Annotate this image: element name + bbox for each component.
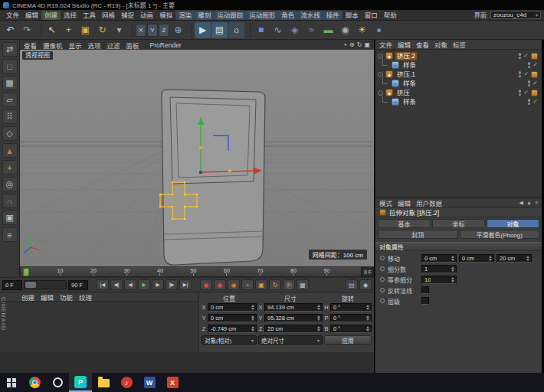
- file-explorer-icon[interactable]: [92, 373, 115, 392]
- undo-button[interactable]: ↶: [2, 22, 18, 38]
- word-icon[interactable]: W: [138, 373, 161, 392]
- object-row[interactable]: ~样条✓: [375, 60, 542, 70]
- render-view-button[interactable]: ▶: [195, 22, 211, 38]
- visibility-dots[interactable]: [519, 90, 522, 96]
- pan-view-icon[interactable]: +: [343, 41, 347, 48]
- visibility-dots[interactable]: [528, 80, 531, 87]
- record-parameter-button[interactable]: Ⓟ: [283, 279, 295, 290]
- toggle-view-icon[interactable]: ▣: [364, 41, 370, 48]
- lock-button[interactable]: ≡: [2, 227, 18, 242]
- spinner-icon[interactable]: [451, 277, 455, 283]
- coord-field[interactable]: 0 °: [330, 325, 372, 333]
- object-label[interactable]: 样条: [401, 80, 418, 88]
- spinner-icon[interactable]: [451, 256, 455, 261]
- spline-tag-icon[interactable]: [531, 90, 538, 96]
- add-subdivision-button[interactable]: ◈: [287, 22, 303, 38]
- menu-item[interactable]: 编辑: [22, 11, 41, 20]
- coord-field[interactable]: 0 cm: [208, 303, 257, 312]
- om-menu-item[interactable]: 文件: [379, 40, 392, 49]
- attr-tab[interactable]: 基本: [378, 219, 431, 228]
- enabled-check-icon[interactable]: ✓: [523, 71, 529, 77]
- attr-tab[interactable]: 平滑着色(Phong): [460, 230, 540, 239]
- render-picture-viewer-button[interactable]: ▤: [211, 22, 228, 38]
- object-label[interactable]: 挤压: [395, 89, 411, 97]
- menu-item[interactable]: 运动图形: [246, 11, 278, 20]
- viewport-menu-item[interactable]: 显示: [69, 41, 82, 50]
- menu-item[interactable]: 创建: [41, 11, 61, 20]
- enabled-check-icon[interactable]: ✓: [533, 62, 538, 68]
- edge-icon[interactable]: [46, 373, 69, 392]
- object-row[interactable]: -◆挤压.2✓: [375, 51, 542, 60]
- object-row[interactable]: ~样条✓: [375, 79, 542, 88]
- music-app-icon[interactable]: ♪: [115, 373, 138, 392]
- edges-mode-button[interactable]: ◇: [2, 126, 18, 141]
- record-pla-button[interactable]: ▦: [297, 279, 309, 290]
- rotate-tool-button[interactable]: ↻: [94, 22, 110, 38]
- viewport-menu-item[interactable]: 过滤: [107, 41, 120, 50]
- menu-item[interactable]: 选择: [61, 11, 80, 20]
- menu-item[interactable]: 模拟: [156, 11, 175, 20]
- workplane-mode-button[interactable]: ▱: [2, 93, 18, 107]
- object-label[interactable]: 挤压.1: [395, 70, 417, 79]
- zoom-view-icon[interactable]: ⊕: [349, 41, 355, 48]
- menu-item[interactable]: 脚本: [342, 11, 362, 20]
- prev-key-button[interactable]: ◀|: [110, 279, 123, 290]
- start-button[interactable]: [0, 373, 23, 392]
- spline-tag-icon[interactable]: [531, 71, 538, 78]
- prorender-menu[interactable]: ProRender: [150, 41, 182, 49]
- menu-item[interactable]: 运动跟踪: [214, 11, 246, 20]
- coordinate-system-button[interactable]: ⊕: [170, 22, 186, 38]
- spinner-icon[interactable]: [365, 326, 370, 332]
- add-material-button[interactable]: ●: [371, 22, 387, 38]
- menu-item[interactable]: 动画: [137, 11, 156, 20]
- visibility-dots[interactable]: [519, 53, 522, 59]
- viewport-menu-item[interactable]: 摄像机: [43, 41, 63, 50]
- coord-field[interactable]: 0 °: [330, 303, 372, 312]
- am-menu-item[interactable]: 模式: [379, 198, 392, 207]
- add-deformer-button[interactable]: ≈: [303, 22, 320, 38]
- material-menu-item[interactable]: 功能: [60, 292, 73, 302]
- add-camera-button[interactable]: ◉: [337, 22, 353, 38]
- axis-mode-button[interactable]: +: [2, 160, 18, 175]
- anim-dot-icon[interactable]: [380, 277, 385, 282]
- live-selection-button[interactable]: ↖: [44, 22, 60, 38]
- object-label[interactable]: 样条: [401, 61, 418, 70]
- coord-field[interactable]: 0 cm: [208, 314, 257, 322]
- y-axis-button[interactable]: Y: [147, 24, 158, 37]
- am-menu-item[interactable]: 用户数据: [416, 198, 442, 207]
- spinner-icon[interactable]: [526, 256, 530, 261]
- timeline-window-button[interactable]: ◆: [359, 279, 372, 290]
- coord-field[interactable]: 94.139 cm: [264, 303, 323, 312]
- panel-control-icon[interactable]: ≡: [535, 200, 538, 206]
- material-menu-item[interactable]: 纹理: [79, 292, 92, 302]
- object-row[interactable]: -◆挤压✓: [375, 88, 542, 97]
- menu-item[interactable]: 渲染: [175, 11, 195, 20]
- goto-start-button[interactable]: |◀: [97, 279, 109, 290]
- spinner-icon[interactable]: [251, 326, 255, 332]
- attr-field[interactable]: 0 cm: [459, 254, 494, 263]
- anim-dot-icon[interactable]: [380, 266, 385, 271]
- visibility-dots[interactable]: [528, 99, 531, 105]
- visibility-dots[interactable]: [519, 71, 522, 77]
- z-axis-button[interactable]: Z: [159, 24, 169, 37]
- spinner-icon[interactable]: [316, 315, 321, 321]
- add-light-button[interactable]: ☀: [354, 22, 370, 38]
- record-rotation-button[interactable]: ↻: [269, 279, 281, 290]
- menu-item[interactable]: 流水线: [297, 11, 323, 20]
- expander-icon[interactable]: -: [378, 54, 383, 59]
- coord-field[interactable]: 95.328 cm: [264, 314, 323, 322]
- om-menu-item[interactable]: 标签: [453, 40, 466, 49]
- menu-item[interactable]: 角色: [278, 11, 297, 20]
- spinner-icon[interactable]: [251, 315, 255, 321]
- record-position-button[interactable]: +: [241, 279, 254, 290]
- anim-dot-icon[interactable]: [380, 288, 385, 292]
- menu-item[interactable]: 工具: [80, 11, 99, 20]
- material-menu-item[interactable]: 创建: [21, 292, 34, 302]
- viewport-menu-item[interactable]: 面板: [126, 41, 139, 50]
- x-axis-button[interactable]: X: [136, 24, 146, 37]
- viewport-menu-item[interactable]: 选项: [88, 41, 101, 50]
- object-row[interactable]: -◆挤压.1✓: [375, 70, 542, 79]
- make-editable-button[interactable]: ⇄: [2, 42, 18, 57]
- x-app-icon[interactable]: X: [161, 373, 184, 392]
- timeline-ruler[interactable]: 0102030405060708090: [20, 266, 362, 277]
